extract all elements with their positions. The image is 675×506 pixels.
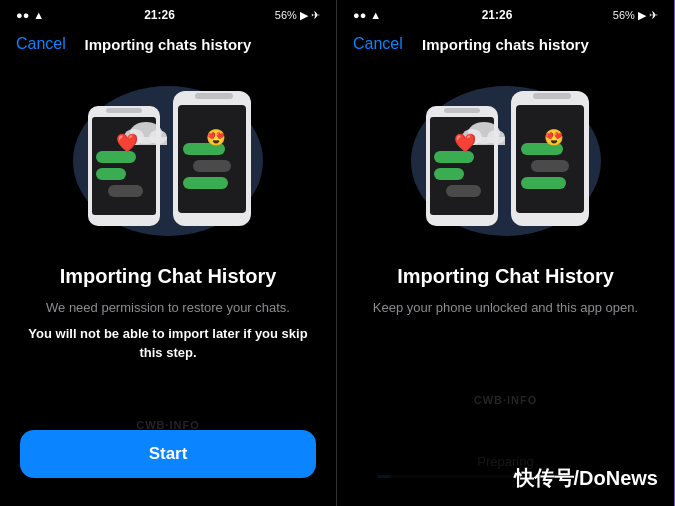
svg-rect-28 [533, 93, 571, 99]
phones-illustration-left: ❤️ 😍 [58, 71, 278, 251]
bottom-area-left: Start [0, 414, 336, 506]
cancel-button-right[interactable]: Cancel [353, 35, 403, 53]
status-right-right: 56% ▶ ✈ [613, 9, 658, 22]
status-left-icons-right: ●● ▲ [353, 9, 381, 21]
svg-text:😍: 😍 [544, 128, 564, 147]
svg-rect-27 [516, 105, 584, 213]
nav-bar-left: Cancel Importing chats history [0, 28, 336, 64]
illustration-right: ❤️ 😍 [337, 64, 674, 254]
screens-container: ●● ▲ 21:26 56% ▶ ✈ Cancel Importing chat… [0, 0, 675, 506]
svg-rect-9 [195, 93, 233, 99]
cancel-button-left[interactable]: Cancel [16, 35, 66, 53]
illustration-left: ❤️ 😍 [0, 64, 336, 254]
phones-illustration-right: ❤️ 😍 [396, 71, 616, 251]
left-screen: ●● ▲ 21:26 56% ▶ ✈ Cancel Importing chat… [0, 0, 337, 506]
wifi-icon-right: ●● [353, 9, 366, 21]
svg-text:😍: 😍 [206, 128, 226, 147]
svg-rect-30 [531, 160, 569, 172]
svg-rect-5 [96, 168, 126, 180]
svg-rect-24 [434, 168, 464, 180]
status-bar-right: ●● ▲ 21:26 56% ▶ ✈ [337, 0, 674, 28]
main-title-left: Importing Chat History [60, 264, 277, 288]
status-time-right: 21:26 [482, 8, 513, 22]
wifi-icon: ●● [16, 9, 29, 21]
signal-icon: ▲ [33, 9, 44, 21]
svg-rect-25 [446, 185, 481, 197]
right-screen: ●● ▲ 21:26 56% ▶ ✈ Cancel Importing chat… [337, 0, 674, 506]
svg-rect-11 [193, 160, 231, 172]
status-time-left: 21:26 [144, 8, 175, 22]
svg-rect-31 [521, 177, 566, 189]
svg-rect-3 [106, 108, 142, 113]
subtitle-left: We need permission to restore your chats… [46, 298, 290, 318]
battery-percent-left: 56% ▶ ✈ [275, 9, 320, 22]
nav-title-right: Importing chats history [422, 36, 589, 53]
status-bar-left: ●● ▲ 21:26 56% ▶ ✈ [0, 0, 336, 28]
warning-text-left: You will not be able to import later if … [24, 324, 312, 363]
svg-rect-12 [183, 177, 228, 189]
battery-percent-right: 56% ▶ ✈ [613, 9, 658, 22]
svg-rect-22 [444, 108, 480, 113]
start-button[interactable]: Start [20, 430, 316, 478]
content-area-left: Importing Chat History We need permissio… [0, 254, 336, 414]
content-area-right: Importing Chat History Keep your phone u… [337, 254, 674, 438]
svg-text:❤️: ❤️ [454, 132, 477, 154]
svg-rect-8 [178, 105, 246, 213]
main-title-right: Importing Chat History [397, 264, 614, 288]
nav-title-left: Importing chats history [85, 36, 252, 53]
status-right-left: 56% ▶ ✈ [275, 9, 320, 22]
signal-icon-right: ▲ [370, 9, 381, 21]
svg-rect-6 [108, 185, 143, 197]
news-footer-text: 快传号/DoNews [514, 465, 658, 492]
news-footer: 快传号/DoNews [337, 450, 674, 506]
subtitle-right: Keep your phone unlocked and this app op… [373, 298, 638, 318]
svg-text:❤️: ❤️ [116, 132, 139, 154]
status-left-icons: ●● ▲ [16, 9, 44, 21]
nav-bar-right: Cancel Importing chats history [337, 28, 674, 64]
